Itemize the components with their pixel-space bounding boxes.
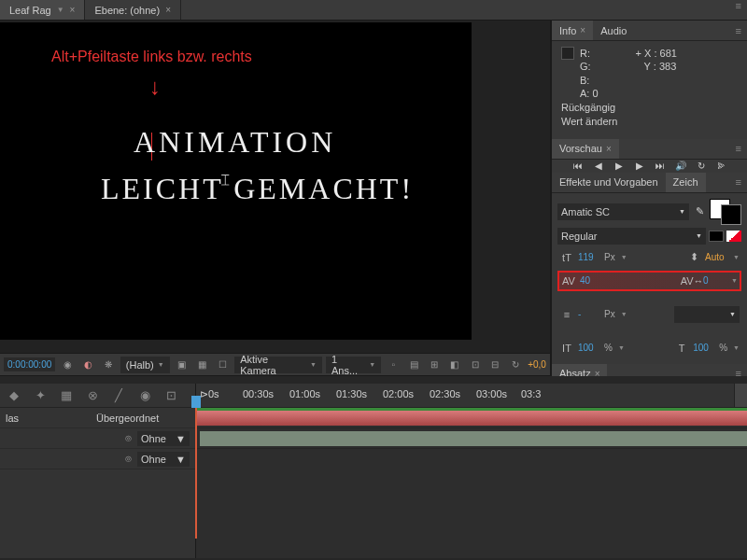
fill-stroke-swatch[interactable] xyxy=(710,199,741,225)
swap-colors-icon[interactable] xyxy=(709,231,724,242)
timeline-track[interactable] xyxy=(196,428,747,449)
grid-icon[interactable]: ▦ xyxy=(194,357,211,373)
dropdown-icon[interactable]: ▼ xyxy=(618,344,625,351)
font-style-dropdown[interactable]: Regular▼ xyxy=(557,228,706,245)
preview-text-line2: LEICHT GEMACHT! xyxy=(101,172,414,206)
info-panel-header: Info× Audio ≡ xyxy=(552,21,747,41)
vp-icon[interactable]: ⊡ xyxy=(467,357,484,373)
snapshot-icon[interactable]: ◉ xyxy=(59,357,76,373)
loop-icon[interactable]: ↻ xyxy=(507,357,524,373)
tab-vorschau[interactable]: Vorschau× xyxy=(552,139,619,159)
chevron-down-icon[interactable]: ▼ xyxy=(57,6,64,14)
views-dropdown[interactable]: 1 Ans...▼ xyxy=(326,357,381,373)
roi-icon[interactable]: ▣ xyxy=(174,357,190,373)
tab-character[interactable]: Zeich xyxy=(666,173,706,192)
none-color-icon[interactable] xyxy=(726,231,741,242)
tab-info[interactable]: Info× xyxy=(552,21,593,40)
last-frame-icon[interactable]: ⏭ xyxy=(654,160,667,173)
timeline-layer-row[interactable]: ◎ Ohne▼ xyxy=(0,428,195,449)
info-r: R: xyxy=(580,47,599,60)
stroke-row: ≡ - Px ▼ ▼ xyxy=(557,304,741,325)
prev-frame-icon[interactable]: ◀ xyxy=(592,160,605,173)
shy-icon[interactable]: ◆ xyxy=(6,387,22,404)
panel-menu-icon[interactable]: ≡ xyxy=(736,143,741,154)
timecode-display[interactable]: 0:00:00:00 xyxy=(4,357,55,371)
tracking-icon: AV xyxy=(561,273,576,288)
ram-preview-icon[interactable]: ⫸ xyxy=(715,160,728,173)
audio-icon[interactable]: 🔊 xyxy=(674,160,687,173)
vp-icon[interactable]: ⊞ xyxy=(426,357,443,373)
tab-label: Ebene: (ohne) xyxy=(94,5,160,16)
kerning-value[interactable]: 0 xyxy=(703,275,726,286)
info-g: G: xyxy=(580,60,599,73)
camera-dropdown[interactable]: Aktive Kamera▼ xyxy=(234,357,322,373)
timeline-layer-row[interactable]: ◎ Ohne▼ xyxy=(0,449,195,469)
time-ruler[interactable]: ⊳0s 00:30s 01:00s 01:30s 02:00s 02:30s 0… xyxy=(196,384,747,408)
panel-menu-icon[interactable]: ≡ xyxy=(736,25,741,36)
font-family-dropdown[interactable]: Amatic SC▼ xyxy=(557,203,689,220)
resolution-dropdown[interactable]: (Halb)▼ xyxy=(120,357,170,373)
stroke-style-dropdown[interactable]: ▼ xyxy=(674,306,740,323)
timeline-end-marker[interactable] xyxy=(734,384,747,407)
panel-menu-icon[interactable]: ≡ xyxy=(736,0,741,20)
offset-value[interactable]: +0,0 xyxy=(528,359,546,370)
info-y-label: Y : xyxy=(644,61,656,72)
info-x-val: 681 xyxy=(660,48,677,59)
guides-icon[interactable]: ☐ xyxy=(214,357,231,373)
parent-dropdown[interactable]: Ohne▼ xyxy=(137,431,190,446)
timecode-icon[interactable]: ⊟ xyxy=(486,357,503,373)
preview-area[interactable]: Alt+Pfeiltaste links bzw. rechts ↓ ANIMA… xyxy=(0,22,472,340)
vp-icon[interactable]: ▤ xyxy=(405,357,422,373)
dropdown-icon[interactable]: ▼ xyxy=(621,311,627,317)
playhead[interactable] xyxy=(195,408,197,539)
pickwhip-icon[interactable]: ◎ xyxy=(125,455,132,463)
font-size-icon: tT xyxy=(559,250,574,265)
dropdown-icon[interactable]: ▼ xyxy=(733,344,740,351)
spiral-icon[interactable]: ❋ xyxy=(100,357,117,373)
parent-dropdown[interactable]: Ohne▼ xyxy=(137,452,190,467)
comp-icon[interactable]: ✦ xyxy=(32,387,49,404)
close-icon[interactable]: × xyxy=(70,5,76,15)
tracking-kerning-row: AV 40 AV↔ 0 ▼ xyxy=(557,271,741,291)
dropdown-icon[interactable]: ▼ xyxy=(731,277,738,284)
right-panels: Info× Audio ≡ R: G: B: A: 0 + X : 681 Y … xyxy=(551,21,747,375)
comp-tab[interactable]: Leaf Rag ▼ × xyxy=(0,0,85,20)
annotation-text: Alt+Pfeiltaste links bzw. rechts xyxy=(51,49,252,65)
viewport-toolbar: 0:00:00:00 ◉ ◐ ❋ (Halb)▼ ▣ ▦ ☐ Aktive Ka… xyxy=(0,353,550,375)
vp-icon[interactable]: ◧ xyxy=(446,357,463,373)
graph-icon[interactable]: ╱ xyxy=(110,387,127,404)
motion-blur-icon[interactable]: ⊗ xyxy=(84,387,101,404)
play-icon[interactable]: ▶ xyxy=(613,160,626,173)
tab-bar: Leaf Rag ▼ × Ebene: (ohne) × ≡ xyxy=(0,0,747,21)
timeline-tracks[interactable]: ⊳0s 00:30s 01:00s 01:30s 02:00s 02:30s 0… xyxy=(196,384,747,558)
dropdown-icon[interactable]: ▼ xyxy=(621,254,627,260)
dropdown-icon[interactable]: ▼ xyxy=(733,254,740,260)
kerning-icon: AV↔ xyxy=(684,273,699,288)
leading-icon: ⬍ xyxy=(686,250,701,265)
close-icon[interactable]: × xyxy=(165,5,171,15)
tab-audio[interactable]: Audio xyxy=(593,21,634,40)
tracking-value[interactable]: 40 xyxy=(580,275,602,286)
brain-icon[interactable]: ◉ xyxy=(136,387,153,404)
stroke-value[interactable]: - xyxy=(578,309,600,319)
first-frame-icon[interactable]: ⏮ xyxy=(571,160,585,173)
vscale-icon: IT xyxy=(559,341,574,356)
next-frame-icon[interactable]: ▶ xyxy=(633,160,646,173)
font-size-value[interactable]: 119 xyxy=(578,252,600,262)
leading-value[interactable]: Auto xyxy=(705,252,727,262)
size-leading-row: tT 119 Px ▼ ⬍ Auto ▼ xyxy=(557,247,741,268)
eyedropper-icon[interactable]: ✎ xyxy=(692,204,707,219)
loop-icon[interactable]: ↻ xyxy=(695,160,708,173)
channel-icon[interactable]: ◐ xyxy=(79,357,96,373)
adjustment-icon[interactable]: ⊡ xyxy=(162,387,179,404)
tab-effects[interactable]: Effekte und Vorgaben xyxy=(552,173,666,192)
vscale-value[interactable]: 100 xyxy=(578,343,600,353)
vp-icon[interactable]: ▫ xyxy=(385,357,402,373)
pickwhip-icon[interactable]: ◎ xyxy=(125,434,132,442)
frame-blend-icon[interactable]: ▦ xyxy=(58,387,75,404)
scale-row: IT 100 % ▼ T 100 % ▼ xyxy=(557,338,741,358)
panel-menu-icon[interactable]: ≡ xyxy=(736,176,741,188)
hscale-value[interactable]: 100 xyxy=(693,343,715,353)
timeline-track[interactable] xyxy=(196,408,747,428)
layer-tab[interactable]: Ebene: (ohne) × xyxy=(85,0,181,20)
